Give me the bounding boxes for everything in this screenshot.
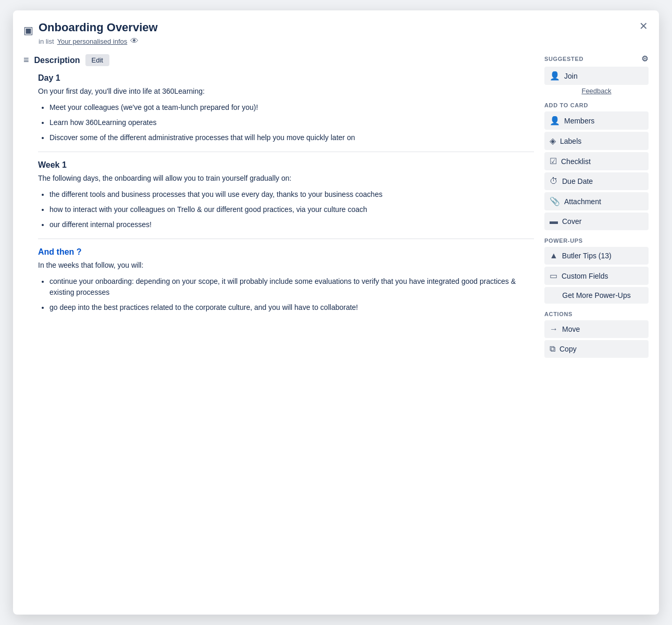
modal-title-block: Onboarding Overview in list Your persona… — [39, 21, 158, 46]
custom-fields-icon: ▭ — [550, 271, 557, 281]
andthen-list: continue your onboarding: depending on y… — [38, 276, 534, 313]
week1-list: the different tools and business process… — [38, 189, 534, 230]
divider — [38, 239, 534, 239]
butler-tips-button[interactable]: ▲ Butler Tips (13) — [544, 247, 649, 265]
get-more-power-ups-button[interactable]: Get More Power-Ups — [544, 287, 649, 304]
close-button[interactable]: ✕ — [635, 18, 652, 34]
join-button[interactable]: 👤 Join — [544, 67, 649, 85]
paperclip-icon: 📎 — [550, 196, 560, 206]
modal-subtitle: in list Your personalised infos 👁 — [39, 36, 158, 46]
sidebar: SUGGESTED ⚙ 👤 Join Feedback ADD TO CARD … — [544, 54, 649, 599]
add-to-card-section: ADD TO CARD 👤 Members ◈ Labels ☑ Checkli… — [544, 102, 649, 230]
list-item: our different internal processes! — [49, 219, 534, 230]
in-list-text: in list — [39, 38, 54, 45]
week1-para: The following days, the onboarding will … — [38, 173, 534, 184]
description-icon: ≡ — [23, 55, 29, 66]
clock-icon: ⏱ — [550, 177, 558, 186]
copy-button[interactable]: ⧉ Copy — [544, 340, 649, 358]
week1-heading: Week 1 — [38, 160, 534, 170]
list-item: go deep into the best practices related … — [49, 302, 534, 313]
list-link[interactable]: Your personalised infos — [57, 38, 128, 45]
checklist-button[interactable]: ☑ Checklist — [544, 152, 649, 170]
description-title: Description — [34, 56, 80, 65]
members-button[interactable]: 👤 Members — [544, 111, 649, 130]
attachment-button[interactable]: 📎 Attachment — [544, 192, 649, 210]
andthen-heading: And then ? — [38, 247, 534, 257]
labels-button[interactable]: ◈ Labels — [544, 132, 649, 150]
suggested-section: SUGGESTED ⚙ 👤 Join Feedback — [544, 54, 649, 95]
suggested-label: SUGGESTED ⚙ — [544, 54, 649, 64]
butler-icon: ▲ — [550, 251, 558, 260]
andthen-para: In the weeks that follow, you will: — [38, 260, 534, 271]
list-item: Learn how 360Learning operates — [49, 117, 534, 128]
person-icon: 👤 — [550, 71, 560, 81]
feedback-link[interactable]: Feedback — [544, 87, 649, 95]
due-date-button[interactable]: ⏱ Due Date — [544, 172, 649, 190]
actions-section: ACTIONS → Move ⧉ Copy — [544, 311, 649, 358]
day1-para: On your first day, you'll dive into life… — [38, 86, 534, 97]
cover-icon: ▬ — [550, 217, 558, 226]
power-ups-label: POWER-UPS — [544, 238, 649, 244]
eye-icon[interactable]: 👁 — [130, 36, 139, 46]
custom-fields-button[interactable]: ▭ Custom Fields — [544, 267, 649, 285]
card-icon: ▣ — [23, 24, 33, 36]
description-section-header: ≡ Description Edit — [23, 54, 534, 66]
modal: ✕ ▣ Onboarding Overview in list Your per… — [13, 10, 659, 615]
gear-icon[interactable]: ⚙ — [641, 54, 649, 64]
modal-body: ≡ Description Edit Day 1 On your first d… — [23, 54, 649, 599]
list-item: continue your onboarding: depending on y… — [49, 276, 534, 298]
power-ups-section: POWER-UPS ▲ Butler Tips (13) ▭ Custom Fi… — [544, 238, 649, 304]
move-button[interactable]: → Move — [544, 320, 649, 338]
labels-icon: ◈ — [550, 136, 556, 146]
copy-icon: ⧉ — [550, 344, 555, 354]
add-to-card-label: ADD TO CARD — [544, 102, 649, 108]
cover-button[interactable]: ▬ Cover — [544, 213, 649, 230]
list-item: how to interact with your colleagues on … — [49, 204, 534, 215]
modal-title: Onboarding Overview — [39, 21, 158, 34]
divider — [38, 152, 534, 152]
list-item: Discover some of the different administr… — [49, 132, 534, 143]
members-icon: 👤 — [550, 116, 560, 126]
arrow-right-icon: → — [550, 324, 558, 334]
list-item: the different tools and business process… — [49, 189, 534, 200]
actions-label: ACTIONS — [544, 311, 649, 317]
main-content: ≡ Description Edit Day 1 On your first d… — [23, 54, 534, 599]
list-item: Meet your colleagues (we've got a team-l… — [49, 102, 534, 113]
day1-heading: Day 1 — [38, 73, 534, 83]
modal-header: ▣ Onboarding Overview in list Your perso… — [23, 21, 649, 46]
day1-list: Meet your colleagues (we've got a team-l… — [38, 102, 534, 143]
edit-button[interactable]: Edit — [85, 54, 109, 66]
description-content: Day 1 On your first day, you'll dive int… — [23, 73, 534, 313]
checklist-icon: ☑ — [550, 156, 557, 166]
